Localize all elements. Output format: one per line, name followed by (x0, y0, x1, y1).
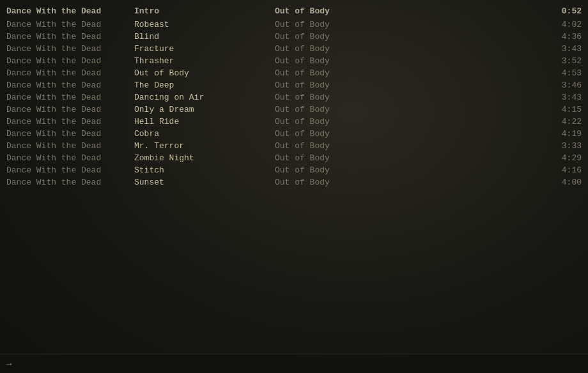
header-album: Out of Body (275, 6, 543, 16)
track-album: Out of Body (275, 44, 543, 54)
track-row[interactable]: Dance With the DeadOut of BodyOut of Bod… (0, 67, 588, 79)
track-title: Out of Body (134, 68, 275, 78)
track-duration: 3:46 (543, 80, 582, 90)
track-title: The Deep (134, 80, 275, 90)
track-artist: Dance With the Dead (6, 153, 134, 163)
track-title: Fracture (134, 44, 275, 54)
track-album: Out of Body (275, 178, 543, 187)
track-row[interactable]: Dance With the DeadMr. TerrorOut of Body… (0, 140, 588, 152)
track-duration: 4:53 (543, 68, 582, 78)
track-artist: Dance With the Dead (6, 105, 134, 114)
track-artist: Dance With the Dead (6, 93, 134, 102)
track-duration: 4:22 (543, 117, 582, 126)
track-duration: 4:16 (543, 165, 582, 175)
track-title: Robeast (134, 20, 275, 29)
track-artist: Dance With the Dead (6, 178, 134, 187)
track-album: Out of Body (275, 32, 543, 42)
header-artist: Dance With the Dead (6, 6, 134, 16)
track-artist: Dance With the Dead (6, 20, 134, 29)
track-album: Out of Body (275, 153, 543, 163)
track-duration: 4:36 (543, 32, 582, 42)
track-album: Out of Body (275, 56, 543, 66)
track-row[interactable]: Dance With the DeadCobraOut of Body4:19 (0, 128, 588, 140)
track-album: Out of Body (275, 80, 543, 90)
track-duration: 3:43 (543, 93, 582, 102)
track-artist: Dance With the Dead (6, 68, 134, 78)
track-list-header: Dance With the Dead Intro Out of Body 0:… (0, 5, 588, 17)
bottom-bar: → (0, 354, 588, 373)
track-title: Sunset (134, 178, 275, 187)
track-title: Mr. Terror (134, 141, 275, 151)
track-duration: 3:43 (543, 44, 582, 54)
track-duration: 3:52 (543, 56, 582, 66)
track-album: Out of Body (275, 165, 543, 175)
arrow-icon: → (6, 359, 12, 369)
track-row[interactable]: Dance With the DeadThrasherOut of Body3:… (0, 55, 588, 67)
track-title: Only a Dream (134, 105, 275, 114)
track-row[interactable]: Dance With the DeadSunsetOut of Body4:00 (0, 176, 588, 188)
track-title: Stitch (134, 165, 275, 175)
track-title: Dancing on Air (134, 93, 275, 102)
track-row[interactable]: Dance With the DeadThe DeepOut of Body3:… (0, 79, 588, 91)
track-row[interactable]: Dance With the DeadRobeastOut of Body4:0… (0, 19, 588, 31)
track-album: Out of Body (275, 141, 543, 151)
track-list: Dance With the Dead Intro Out of Body 0:… (0, 0, 588, 194)
track-title: Thrasher (134, 56, 275, 66)
track-duration: 4:29 (543, 153, 582, 163)
track-artist: Dance With the Dead (6, 80, 134, 90)
track-title: Hell Ride (134, 117, 275, 126)
track-row[interactable]: Dance With the DeadHell RideOut of Body4… (0, 116, 588, 128)
track-artist: Dance With the Dead (6, 129, 134, 139)
track-duration: 4:15 (543, 105, 582, 114)
track-album: Out of Body (275, 93, 543, 102)
track-duration: 3:33 (543, 141, 582, 151)
track-duration: 4:19 (543, 129, 582, 139)
track-album: Out of Body (275, 68, 543, 78)
track-artist: Dance With the Dead (6, 56, 134, 66)
track-row[interactable]: Dance With the DeadZombie NightOut of Bo… (0, 152, 588, 164)
track-artist: Dance With the Dead (6, 44, 134, 54)
track-album: Out of Body (275, 20, 543, 29)
track-row[interactable]: Dance With the DeadBlindOut of Body4:36 (0, 31, 588, 43)
header-duration: 0:52 (543, 6, 582, 16)
track-row[interactable]: Dance With the DeadStitchOut of Body4:16 (0, 164, 588, 176)
track-row[interactable]: Dance With the DeadFractureOut of Body3:… (0, 43, 588, 55)
track-artist: Dance With the Dead (6, 165, 134, 175)
track-title: Zombie Night (134, 153, 275, 163)
track-artist: Dance With the Dead (6, 141, 134, 151)
track-row[interactable]: Dance With the DeadOnly a DreamOut of Bo… (0, 103, 588, 116)
track-artist: Dance With the Dead (6, 117, 134, 126)
track-row[interactable]: Dance With the DeadDancing on AirOut of … (0, 91, 588, 103)
track-title: Blind (134, 32, 275, 42)
track-title: Cobra (134, 129, 275, 139)
track-duration: 4:02 (543, 20, 582, 29)
header-title: Intro (134, 6, 275, 16)
track-album: Out of Body (275, 129, 543, 139)
track-album: Out of Body (275, 105, 543, 114)
track-duration: 4:00 (543, 178, 582, 187)
track-artist: Dance With the Dead (6, 32, 134, 42)
track-album: Out of Body (275, 117, 543, 126)
